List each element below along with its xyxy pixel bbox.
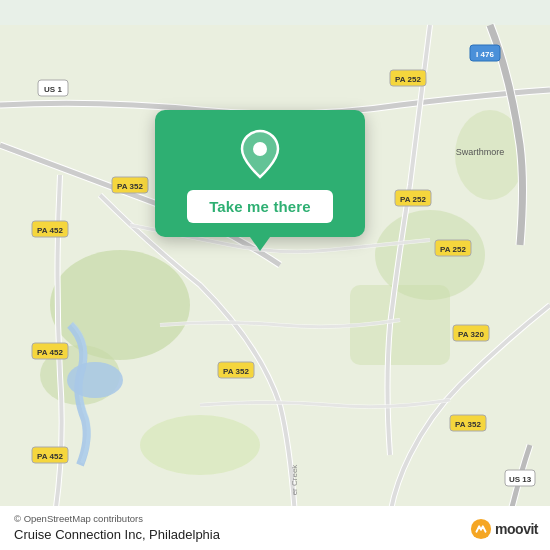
svg-text:PA 452: PA 452 — [37, 348, 63, 357]
svg-text:US 13: US 13 — [509, 475, 532, 484]
map-container: er Creek US 1 PA 352 PA 452 PA 452 PA 45… — [0, 0, 550, 550]
moovit-text: moovit — [495, 521, 538, 537]
popup-card: Take me there — [155, 110, 365, 237]
svg-text:PA 320: PA 320 — [458, 330, 484, 339]
bottom-bar: © OpenStreetMap contributors Cruise Conn… — [0, 506, 550, 550]
take-me-there-button[interactable]: Take me there — [187, 190, 333, 223]
svg-text:PA 252: PA 252 — [395, 75, 421, 84]
svg-text:PA 352: PA 352 — [223, 367, 249, 376]
svg-text:er Creek: er Creek — [290, 464, 299, 496]
svg-text:PA 452: PA 452 — [37, 452, 63, 461]
moovit-logo: moovit — [470, 518, 538, 540]
svg-text:Swarthmore: Swarthmore — [456, 147, 505, 157]
svg-point-36 — [253, 142, 267, 156]
osm-credit: © OpenStreetMap contributors — [14, 513, 536, 524]
location-label: Cruise Connection Inc, Philadelphia — [14, 527, 536, 542]
svg-text:PA 352: PA 352 — [117, 182, 143, 191]
moovit-icon — [470, 518, 492, 540]
location-icon-wrapper — [234, 128, 286, 180]
svg-text:PA 352: PA 352 — [455, 420, 481, 429]
svg-point-1 — [50, 250, 190, 360]
svg-text:PA 252: PA 252 — [440, 245, 466, 254]
map-background: er Creek US 1 PA 352 PA 452 PA 452 PA 45… — [0, 0, 550, 550]
location-pin-icon — [238, 129, 282, 179]
svg-point-5 — [140, 415, 260, 475]
svg-point-7 — [67, 362, 123, 398]
svg-text:I 476: I 476 — [476, 50, 494, 59]
svg-text:PA 452: PA 452 — [37, 226, 63, 235]
svg-text:US 1: US 1 — [44, 85, 62, 94]
svg-text:PA 252: PA 252 — [400, 195, 426, 204]
